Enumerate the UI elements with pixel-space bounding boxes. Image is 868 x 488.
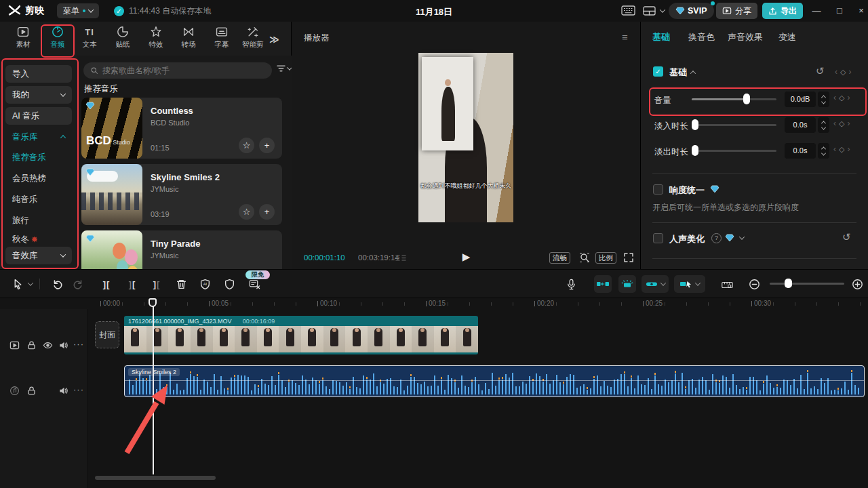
menu-button[interactable]: 菜单	[57, 3, 99, 18]
preview-zoom-icon[interactable]	[579, 252, 590, 263]
cover-button[interactable]: 封面	[95, 321, 119, 348]
shortcut-keyboard-icon[interactable]	[621, 5, 635, 16]
volume-envelope-line[interactable]	[125, 380, 864, 381]
inspector-tab[interactable]: 基础	[652, 31, 670, 43]
timeline-ruler-button[interactable]	[720, 276, 736, 292]
fade-in-value[interactable]: 0.0s	[785, 117, 816, 133]
fade-in-keyframe-controls[interactable]: ‹◇›	[833, 119, 850, 128]
audio-track-more-icon[interactable]: ···	[73, 384, 84, 394]
reset-icon[interactable]: ↺	[816, 65, 825, 77]
minimize-button[interactable]: —	[808, 3, 825, 19]
fade-out-slider-handle[interactable]	[692, 145, 698, 156]
sidebar-item[interactable]: 我的	[5, 86, 72, 104]
delete-button[interactable]	[173, 276, 189, 292]
add-to-timeline-button[interactable]: +	[259, 138, 275, 153]
sidebar-item[interactable]: AI 音乐	[5, 107, 72, 125]
horizontal-scrollbar[interactable]	[95, 476, 216, 480]
zoom-out-button[interactable]	[746, 276, 762, 292]
ratio-button[interactable]: 比例	[595, 252, 616, 264]
layout-icon[interactable]	[643, 6, 656, 16]
lock-icon[interactable]	[26, 340, 37, 350]
filter-button[interactable]	[277, 64, 292, 73]
preview-snap-toggle[interactable]	[674, 275, 705, 293]
video-preview-pip[interactable]	[422, 57, 473, 150]
tab-sticker[interactable]: 贴纸	[107, 26, 138, 49]
maximize-button[interactable]: □	[831, 3, 848, 19]
magnetic-snap-toggle[interactable]	[594, 275, 612, 293]
export-button[interactable]: 导出	[762, 3, 803, 19]
fade-out-slider[interactable]	[692, 150, 776, 152]
sidebar-item[interactable]: 会员热榜	[12, 171, 46, 185]
timeline-ruler[interactable]: 00:0000:0500:1000:1500:2000:2500:30	[88, 298, 868, 309]
playhead-handle[interactable]	[149, 298, 157, 307]
song-card[interactable]: Skyline Smiles 2 JYMusic 03:19 ☆ +	[81, 164, 282, 225]
volume-keyframe-controls[interactable]: ‹◇›	[833, 93, 850, 102]
fade-out-value[interactable]: 0.0s	[785, 143, 816, 159]
inspector-tab[interactable]: 声音效果	[728, 31, 763, 43]
tab-effects[interactable]: 特效	[140, 26, 172, 49]
column-view-icon[interactable]	[395, 254, 407, 262]
more-tabs-icon[interactable]: ≫	[269, 34, 279, 45]
volume-value[interactable]: 0.0dB	[785, 92, 816, 107]
share-button[interactable]: 分享	[716, 3, 757, 19]
inspector-tab[interactable]: 变速	[778, 31, 796, 43]
split-keep-left-button[interactable]: ][	[149, 276, 165, 292]
sidebar-item[interactable]: 推荐音乐	[12, 150, 46, 164]
expand-chevron-icon[interactable]	[739, 234, 745, 239]
fade-in-stepper[interactable]	[818, 117, 829, 133]
close-button[interactable]: ×	[853, 3, 868, 19]
lock-icon[interactable]	[26, 386, 37, 396]
sidebar-item[interactable]: 秋冬	[12, 232, 38, 246]
tab-text[interactable]: TI 文本	[74, 26, 105, 49]
fade-in-slider-handle[interactable]	[692, 119, 698, 130]
tab-captions[interactable]: 字幕	[206, 26, 237, 49]
mask-button[interactable]	[221, 276, 237, 292]
fade-out-keyframe-controls[interactable]: ‹◇›	[833, 144, 850, 154]
add-to-timeline-button[interactable]: +	[259, 204, 275, 220]
cursor-chevron-icon[interactable]	[28, 280, 33, 285]
select-cursor-button[interactable]	[9, 276, 26, 292]
undo-button[interactable]	[49, 276, 65, 292]
svip-button[interactable]: SVIP	[669, 3, 714, 19]
video-track-more-icon[interactable]: ···	[73, 339, 84, 349]
fade-out-stepper[interactable]	[818, 143, 829, 159]
help-icon[interactable]: ?	[711, 233, 722, 243]
volume-slider[interactable]	[692, 98, 776, 100]
sidebar-item[interactable]: 导入	[5, 65, 72, 83]
volume-stepper[interactable]	[818, 92, 829, 107]
record-voiceover-button[interactable]	[563, 276, 579, 292]
player-menu-icon[interactable]: ≡	[622, 31, 628, 43]
zoom-slider-handle[interactable]	[785, 279, 792, 288]
tab-audio[interactable]: 音频	[42, 26, 73, 49]
quality-button[interactable]: 流畅	[549, 252, 570, 264]
audio-clip[interactable]: Skyline Smiles 2	[124, 365, 865, 397]
inspector-tab[interactable]: 换音色	[688, 31, 715, 43]
play-button[interactable]: ▶	[462, 251, 471, 263]
smart-mask-button[interactable]: AI	[197, 276, 213, 292]
tab-media[interactable]: 素材	[7, 26, 39, 49]
sidebar-item[interactable]: 旅行	[12, 214, 29, 227]
volume-slider-handle[interactable]	[743, 94, 750, 104]
favorite-star-button[interactable]: ☆	[239, 204, 254, 220]
voice-beautify-checkbox[interactable]	[653, 233, 663, 243]
sidebar-item[interactable]: 音效库	[5, 247, 72, 264]
eye-icon[interactable]	[43, 340, 53, 350]
timeline-zoom-slider[interactable]	[770, 283, 844, 285]
link-toggle[interactable]	[642, 275, 669, 293]
layout-chevron-icon[interactable]	[660, 7, 665, 12]
keyframe-controls[interactable]: ‹◇›	[835, 67, 851, 77]
tab-smart-cut[interactable]: 智能剪	[237, 26, 269, 49]
auto-ripple-toggle[interactable]	[618, 275, 636, 293]
fade-in-slider[interactable]	[692, 124, 776, 126]
favorite-star-button[interactable]: ☆	[239, 138, 254, 153]
sidebar-item[interactable]: 音乐库	[5, 129, 72, 145]
sidebar-item[interactable]: 纯音乐	[12, 192, 38, 206]
redo-button[interactable]	[70, 276, 86, 292]
song-card[interactable]: Tiny Parade JYMusic ☆ +	[81, 230, 282, 269]
split-keep-right-button[interactable]: ][	[124, 276, 140, 292]
basic-checkbox[interactable]: ✓	[653, 66, 663, 77]
search-input[interactable]: 搜索歌曲名称/歌手	[83, 62, 272, 79]
voice-reset-icon[interactable]: ↺	[842, 231, 851, 243]
loudness-checkbox[interactable]	[653, 184, 663, 195]
speaker-icon[interactable]	[58, 386, 68, 396]
